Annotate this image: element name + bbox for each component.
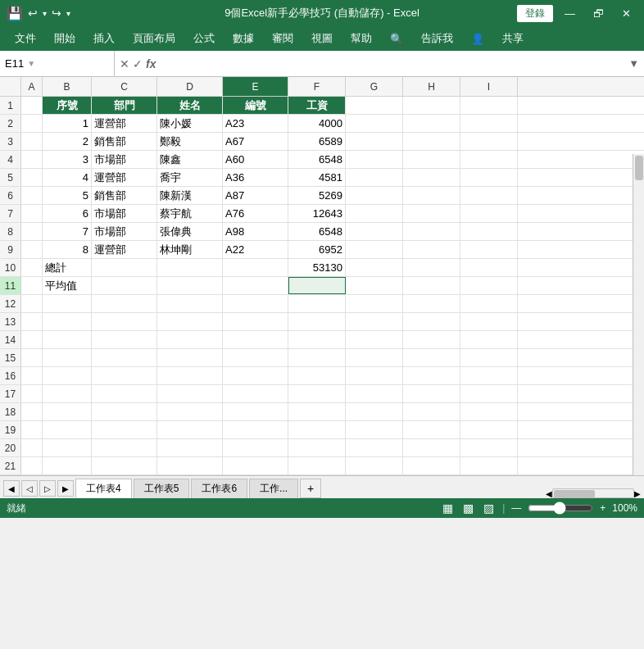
undo-dropdown-icon[interactable]: ▾ xyxy=(43,9,47,18)
cell-f4[interactable]: 6548 xyxy=(288,151,346,168)
cell-c7[interactable]: 市場部 xyxy=(92,205,157,222)
cell-a7[interactable] xyxy=(21,205,43,222)
col-header-c[interactable]: C xyxy=(92,77,157,96)
col-header-d[interactable]: D xyxy=(157,77,223,96)
cell-h7[interactable] xyxy=(403,205,460,222)
horizontal-scroll-area[interactable]: ◀ ▶ xyxy=(546,488,644,498)
cell-a19[interactable] xyxy=(21,421,43,438)
cell-e2[interactable]: A23 xyxy=(223,115,288,132)
cell-g20[interactable] xyxy=(346,439,403,456)
cell-a15[interactable] xyxy=(21,349,43,366)
row-header-20[interactable]: 20 xyxy=(0,439,21,456)
cell-i7[interactable] xyxy=(460,205,518,222)
cell-e21[interactable] xyxy=(223,457,288,474)
cell-g18[interactable] xyxy=(346,403,403,420)
cell-c15[interactable] xyxy=(92,349,157,366)
cell-h5[interactable] xyxy=(403,169,460,186)
cell-a16[interactable] xyxy=(21,367,43,384)
cell-c6[interactable]: 銷售部 xyxy=(92,187,157,204)
cell-c8[interactable]: 市場部 xyxy=(92,223,157,240)
cell-h11[interactable] xyxy=(403,277,460,294)
row-header-1[interactable]: 1 xyxy=(0,97,21,114)
cell-i21[interactable] xyxy=(460,457,518,474)
cell-i11[interactable] xyxy=(460,277,518,294)
cell-i2[interactable] xyxy=(460,115,518,132)
cell-b14[interactable] xyxy=(43,331,92,348)
share-button[interactable]: 共享 xyxy=(494,28,532,49)
horizontal-scroll-thumb[interactable] xyxy=(554,490,595,498)
row-header-13[interactable]: 13 xyxy=(0,313,21,330)
row-header-15[interactable]: 15 xyxy=(0,349,21,366)
cell-h13[interactable] xyxy=(403,313,460,330)
row-header-6[interactable]: 6 xyxy=(0,187,21,204)
cell-d9[interactable]: 林坤剛 xyxy=(157,241,223,258)
cell-g17[interactable] xyxy=(346,385,403,402)
cell-d15[interactable] xyxy=(157,349,223,366)
row-header-21[interactable]: 21 xyxy=(0,457,21,474)
cell-i5[interactable] xyxy=(460,169,518,186)
cell-c3[interactable]: 銷售部 xyxy=(92,133,157,150)
cell-e11[interactable] xyxy=(223,277,288,294)
col-header-g[interactable]: G xyxy=(346,77,403,96)
cell-b12[interactable] xyxy=(43,295,92,312)
col-header-h[interactable]: H xyxy=(403,77,460,96)
cell-d20[interactable] xyxy=(157,439,223,456)
menu-home[interactable]: 開始 xyxy=(46,28,84,49)
close-button[interactable]: ✕ xyxy=(615,6,637,21)
cell-b8[interactable]: 7 xyxy=(43,223,92,240)
cell-b11[interactable]: 平均值 xyxy=(43,277,92,294)
row-header-18[interactable]: 18 xyxy=(0,403,21,420)
cell-d5[interactable]: 喬宇 xyxy=(157,169,223,186)
cell-i20[interactable] xyxy=(460,439,518,456)
cell-g11[interactable] xyxy=(346,277,403,294)
cell-d14[interactable] xyxy=(157,331,223,348)
row-header-12[interactable]: 12 xyxy=(0,295,21,312)
cell-a21[interactable] xyxy=(21,457,43,474)
menu-page-layout[interactable]: 頁面布局 xyxy=(125,28,184,49)
view-page-layout-button[interactable]: ▨ xyxy=(482,502,496,515)
cell-g5[interactable] xyxy=(346,169,403,186)
sheet-tab-6[interactable]: 工作表6 xyxy=(191,479,247,498)
cell-g15[interactable] xyxy=(346,349,403,366)
cell-i4[interactable] xyxy=(460,151,518,168)
cell-f15[interactable] xyxy=(288,349,346,366)
cell-d18[interactable] xyxy=(157,403,223,420)
cell-c19[interactable] xyxy=(92,421,157,438)
cell-h17[interactable] xyxy=(403,385,460,402)
cell-c20[interactable] xyxy=(92,439,157,456)
cell-g6[interactable] xyxy=(346,187,403,204)
cell-a2[interactable] xyxy=(21,115,43,132)
cell-f11[interactable] xyxy=(288,277,346,294)
formula-expand-icon[interactable]: ▼ xyxy=(624,57,644,70)
cell-d16[interactable] xyxy=(157,367,223,384)
cell-c5[interactable]: 運營部 xyxy=(92,169,157,186)
cell-c18[interactable] xyxy=(92,403,157,420)
cell-e20[interactable] xyxy=(223,439,288,456)
cell-a14[interactable] xyxy=(21,331,43,348)
menu-help[interactable]: 幫助 xyxy=(342,28,380,49)
cell-d13[interactable] xyxy=(157,313,223,330)
cell-d21[interactable] xyxy=(157,457,223,474)
cell-c2[interactable]: 運營部 xyxy=(92,115,157,132)
cell-h18[interactable] xyxy=(403,403,460,420)
cell-d10[interactable] xyxy=(157,259,223,276)
cell-i6[interactable] xyxy=(460,187,518,204)
cell-f20[interactable] xyxy=(288,439,346,456)
cell-c9[interactable]: 運營部 xyxy=(92,241,157,258)
tab-nav-next[interactable]: ▷ xyxy=(39,480,56,497)
zoom-plus-icon[interactable]: + xyxy=(600,502,605,514)
cell-h15[interactable] xyxy=(403,349,460,366)
cell-a1[interactable] xyxy=(21,97,43,114)
cancel-formula-icon[interactable]: ✕ xyxy=(120,57,129,70)
col-header-a[interactable]: A xyxy=(21,77,43,96)
cell-c10[interactable] xyxy=(92,259,157,276)
cell-f7[interactable]: 12643 xyxy=(288,205,346,222)
col-header-b[interactable]: B xyxy=(43,77,92,96)
save-icon[interactable]: 💾 xyxy=(7,6,23,21)
row-header-4[interactable]: 4 xyxy=(0,151,21,168)
cell-g1[interactable] xyxy=(346,97,403,114)
menu-review[interactable]: 審閱 xyxy=(264,28,302,49)
cell-b15[interactable] xyxy=(43,349,92,366)
cell-g4[interactable] xyxy=(346,151,403,168)
cell-b18[interactable] xyxy=(43,403,92,420)
